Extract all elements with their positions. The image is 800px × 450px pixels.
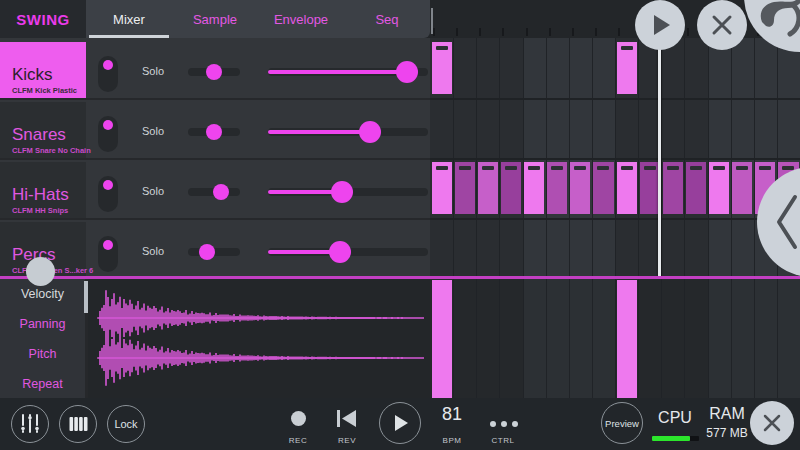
step-velocity-handle[interactable] [713, 166, 725, 170]
mute-toggle[interactable] [98, 56, 118, 92]
step-hi-hats-2[interactable] [455, 162, 475, 214]
step-velocity-handle[interactable] [644, 166, 656, 170]
mute-toggle[interactable] [98, 116, 118, 152]
velocity-bar-step-1[interactable] [432, 280, 452, 398]
step-velocity-handle[interactable] [736, 166, 748, 170]
mode-item-repeat[interactable]: Repeat [0, 371, 85, 397]
volume-knob[interactable] [359, 121, 381, 143]
step-velocity-handle[interactable] [551, 166, 563, 170]
track-label-hi-hats[interactable]: Hi-HatsCLFM HH Snips [0, 162, 86, 219]
step-velocity-handle[interactable] [459, 166, 471, 170]
mode-item-pitch[interactable]: Pitch [0, 341, 85, 367]
mixer-row-hi-hats: Hi-HatsCLFM HH SnipsSolo [0, 160, 430, 220]
mute-toggle[interactable] [98, 176, 118, 212]
solo-button[interactable]: Solo [133, 125, 173, 137]
step-hi-hats-9[interactable] [617, 162, 637, 214]
preview-button[interactable]: Preview [601, 402, 643, 444]
ruler-tick [479, 28, 481, 36]
playhead[interactable] [658, 38, 661, 277]
grid-line [684, 279, 685, 398]
step-hi-hats-12[interactable] [686, 162, 706, 214]
fl-studio-logo-icon [744, 0, 800, 52]
step-velocity-handle[interactable] [482, 166, 494, 170]
pan-slider[interactable] [188, 188, 240, 196]
step-velocity-handle[interactable] [667, 166, 679, 170]
step-hi-hats-11[interactable] [663, 162, 683, 214]
volume-knob[interactable] [329, 241, 351, 263]
mixer-view-button[interactable] [11, 405, 49, 443]
step-hi-hats-4[interactable] [501, 162, 521, 214]
pan-knob[interactable] [206, 64, 222, 80]
solo-button[interactable]: Solo [133, 65, 173, 77]
cpu-meter [652, 436, 699, 441]
solo-button[interactable]: Solo [133, 245, 173, 257]
ctrl-button[interactable] [486, 413, 522, 431]
grid-line [523, 279, 524, 398]
volume-slider[interactable] [268, 188, 428, 196]
keyboard-view-button[interactable] [59, 405, 97, 443]
tab-envelope[interactable]: Envelope [258, 0, 344, 38]
pattern-play-button[interactable] [635, 0, 685, 50]
ruler-tick [456, 28, 458, 36]
rewind-button[interactable] [336, 410, 358, 427]
step-hi-hats-14[interactable] [732, 162, 752, 214]
step-velocity-handle[interactable] [528, 166, 540, 170]
step-velocity-handle[interactable] [621, 46, 633, 50]
volume-knob[interactable] [331, 181, 353, 203]
record-button[interactable] [291, 411, 306, 426]
lock-button[interactable]: Lock [107, 405, 145, 443]
mode-item-panning[interactable]: Panning [0, 311, 85, 337]
tab-seq[interactable]: Seq [344, 0, 430, 38]
fl-studio-logo-button[interactable] [744, 0, 800, 52]
volume-slider[interactable] [268, 128, 428, 136]
tab-mixer[interactable]: Mixer [86, 0, 172, 38]
mute-toggle[interactable] [98, 236, 118, 272]
pan-knob[interactable] [213, 184, 229, 200]
step-velocity-handle[interactable] [436, 46, 448, 50]
bpm-value[interactable]: 81 [432, 404, 472, 425]
panel-close-button[interactable] [697, 0, 747, 50]
step-hi-hats-3[interactable] [478, 162, 498, 214]
pan-slider[interactable] [188, 68, 240, 76]
step-kicks-1[interactable] [432, 42, 452, 94]
step-hi-hats-8[interactable] [593, 162, 613, 214]
pan-knob[interactable] [206, 124, 222, 140]
step-velocity-handle[interactable] [436, 166, 448, 170]
step-hi-hats-7[interactable] [570, 162, 590, 214]
grid-row-separator [430, 218, 800, 220]
volume-slider[interactable] [268, 68, 428, 76]
track-label-kicks[interactable]: KicksCLFM Kick Plastic [0, 42, 86, 99]
step-velocity-handle[interactable] [574, 166, 586, 170]
transport-play-button[interactable] [379, 402, 421, 444]
mode-menu-scrollbar[interactable] [84, 281, 88, 313]
pan-slider[interactable] [188, 128, 240, 136]
track-label-snares[interactable]: SnaresCLFM Snare No Chain [0, 102, 86, 159]
tab-sample[interactable]: Sample [172, 0, 258, 38]
step-hi-hats-6[interactable] [547, 162, 567, 214]
step-hi-hats-5[interactable] [524, 162, 544, 214]
grid-row-separator [430, 158, 800, 160]
step-kicks-9[interactable] [617, 42, 637, 94]
step-velocity-handle[interactable] [621, 166, 633, 170]
step-velocity-handle[interactable] [505, 166, 517, 170]
mute-indicator [103, 60, 113, 70]
step-velocity-handle[interactable] [690, 166, 702, 170]
step-hi-hats-13[interactable] [709, 162, 729, 214]
pan-slider[interactable] [188, 248, 240, 256]
velocity-bar-step-9[interactable] [617, 280, 637, 398]
app-close-button[interactable] [750, 401, 794, 445]
faders-icon [17, 411, 43, 437]
step-velocity-handle[interactable] [597, 166, 609, 170]
solo-button[interactable]: Solo [133, 185, 173, 197]
divider-drag-handle[interactable] [26, 257, 55, 286]
pan-knob[interactable] [199, 244, 215, 260]
step-sequencer-grid[interactable] [430, 38, 800, 277]
volume-slider[interactable] [268, 248, 428, 256]
grid-row-separator [430, 98, 800, 100]
step-hi-hats-1[interactable] [432, 162, 452, 214]
step-hi-hats-10[interactable] [640, 162, 660, 214]
side-panel-expand-button[interactable] [757, 167, 800, 277]
volume-knob[interactable] [396, 61, 418, 83]
velocity-lane[interactable] [430, 279, 800, 398]
chevron-left-icon [757, 167, 800, 277]
